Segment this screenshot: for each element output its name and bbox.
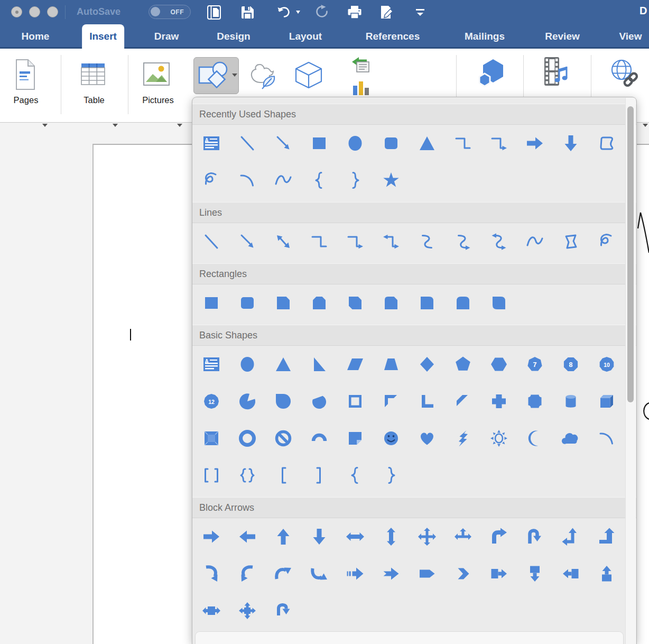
shape-double-brace[interactable] [229, 457, 265, 494]
shape-chord[interactable] [301, 383, 337, 420]
close-window-button[interactable] [11, 6, 22, 17]
shape-diamond[interactable] [409, 346, 445, 383]
shape-freeform[interactable] [589, 125, 625, 162]
shape-pentagon-arrow[interactable] [409, 555, 445, 592]
shape-octagon[interactable]: 8 [553, 346, 589, 383]
shape-elbow-arrow-connector[interactable] [337, 223, 373, 260]
shape-donut[interactable] [229, 420, 265, 457]
shape-arc[interactable] [229, 162, 265, 199]
print-button[interactable] [347, 4, 363, 20]
shape-right-arrow[interactable] [517, 125, 553, 162]
table-button[interactable] [78, 59, 108, 89]
shape-striped-right-arrow[interactable] [337, 555, 373, 592]
shape-elbow-arrow-connector[interactable] [481, 125, 517, 162]
scrollbar-thumb[interactable] [627, 106, 634, 402]
shape-lightning-bolt[interactable] [445, 420, 481, 457]
shape-isosceles-triangle[interactable] [265, 346, 301, 383]
shapes-button[interactable] [193, 57, 239, 94]
shape-parallelogram[interactable] [337, 346, 373, 383]
redo-button[interactable] [314, 4, 330, 20]
shape-diagonal-stripe[interactable] [445, 383, 481, 420]
shape-notched-right-arrow[interactable] [373, 555, 409, 592]
shape-no-symbol[interactable] [265, 420, 301, 457]
shape-plaque[interactable] [517, 383, 553, 420]
shape-left-right-up-arrow[interactable] [445, 518, 481, 555]
shape-right-arrow[interactable] [193, 518, 229, 555]
shape-round-single-corner-rectangle[interactable] [409, 284, 445, 321]
shape-smiley-face[interactable] [373, 420, 409, 457]
shape-right-bracket[interactable] [301, 457, 337, 494]
shape-bent-up-arrow[interactable] [589, 518, 625, 555]
shape-text-box[interactable]: A [193, 346, 229, 383]
shape-pentagon[interactable] [445, 346, 481, 383]
shapes-dropdown-caret[interactable] [232, 73, 237, 77]
scrollbar-track[interactable] [625, 98, 636, 644]
tab-layout[interactable]: Layout [282, 24, 329, 49]
tab-insert[interactable]: Insert [82, 24, 124, 49]
edit-document-button[interactable] [378, 4, 394, 20]
tab-references[interactable]: References [358, 24, 427, 49]
shape-elbow-connector[interactable] [301, 223, 337, 260]
shape-elbow-double-arrow-connector[interactable] [373, 223, 409, 260]
shape-oval[interactable] [229, 346, 265, 383]
shape-bevel[interactable] [193, 420, 229, 457]
shape-snip-same-side-corner-rectangle[interactable] [301, 284, 337, 321]
shape-circular-arrow[interactable] [265, 592, 301, 629]
shape-down-arrow[interactable] [301, 518, 337, 555]
tab-home[interactable]: Home [14, 24, 57, 49]
media-button[interactable] [538, 56, 569, 88]
shape-left-brace[interactable] [301, 162, 337, 199]
shape-trapezoid[interactable] [373, 346, 409, 383]
shape-rounded-rectangle[interactable] [373, 125, 409, 162]
shape-rectangle[interactable] [301, 125, 337, 162]
tab-draw[interactable]: Draw [147, 24, 186, 49]
smartart-button[interactable] [352, 57, 370, 73]
shape-folded-corner[interactable] [337, 420, 373, 457]
shape-oval[interactable] [337, 125, 373, 162]
tab-design[interactable]: Design [209, 24, 257, 49]
shape-snip-single-corner-rectangle[interactable] [265, 284, 301, 321]
shape-right-arrow-callout[interactable] [481, 555, 517, 592]
minimize-window-button[interactable] [29, 6, 40, 17]
shape-elbow-connector[interactable] [445, 125, 481, 162]
shape-sun[interactable] [481, 420, 517, 457]
pages-dropdown-caret[interactable] [42, 124, 48, 127]
shape-moon[interactable] [517, 420, 553, 457]
shape-u-turn-arrow[interactable] [517, 518, 553, 555]
shape-cloud[interactable] [553, 420, 589, 457]
shape-right-brace[interactable] [373, 457, 409, 494]
shape-curved-right-arrow[interactable] [193, 555, 229, 592]
shape-frame[interactable] [337, 383, 373, 420]
shape-left-bracket[interactable] [265, 457, 301, 494]
undo-button[interactable] [275, 4, 291, 20]
shape-dodecagon[interactable]: 12 [193, 383, 229, 420]
customize-toolbar-button[interactable] [412, 4, 428, 20]
shape-line[interactable] [193, 223, 229, 260]
shape-up-arrow[interactable] [265, 518, 301, 555]
shape-hexagon[interactable] [481, 346, 517, 383]
icons-button[interactable] [248, 58, 281, 91]
shape-star-5-point[interactable] [373, 162, 409, 199]
shape-decagon[interactable]: 10 [589, 346, 625, 383]
shape-isosceles-triangle[interactable] [409, 125, 445, 162]
shape-snip-and-round-single-corner-rectangle[interactable] [373, 284, 409, 321]
shape-curved-double-arrow-connector[interactable] [481, 223, 517, 260]
shape-curve[interactable] [265, 162, 301, 199]
shape-bent-arrow[interactable] [481, 518, 517, 555]
shape-up-down-arrow[interactable] [373, 518, 409, 555]
pages-button[interactable] [12, 58, 38, 91]
shape-left-brace[interactable] [337, 457, 373, 494]
shape-left-arrow-callout[interactable] [553, 555, 589, 592]
pictures-button[interactable] [142, 61, 171, 87]
shape-cross[interactable] [481, 383, 517, 420]
shape-double-arrow[interactable] [265, 223, 301, 260]
shape-quad-arrow-callout[interactable] [229, 592, 265, 629]
shape-round-diagonal-corner-rectangle[interactable] [481, 284, 517, 321]
pictures-dropdown-caret[interactable] [177, 124, 182, 127]
shape-freeform-shape[interactable] [553, 223, 589, 260]
shape-round-same-side-corner-rectangle[interactable] [445, 284, 481, 321]
shape-rectangle[interactable] [193, 284, 229, 321]
shape-cube[interactable] [589, 383, 625, 420]
shape-arrow[interactable] [265, 125, 301, 162]
shape-rounded-rectangle[interactable] [229, 284, 265, 321]
